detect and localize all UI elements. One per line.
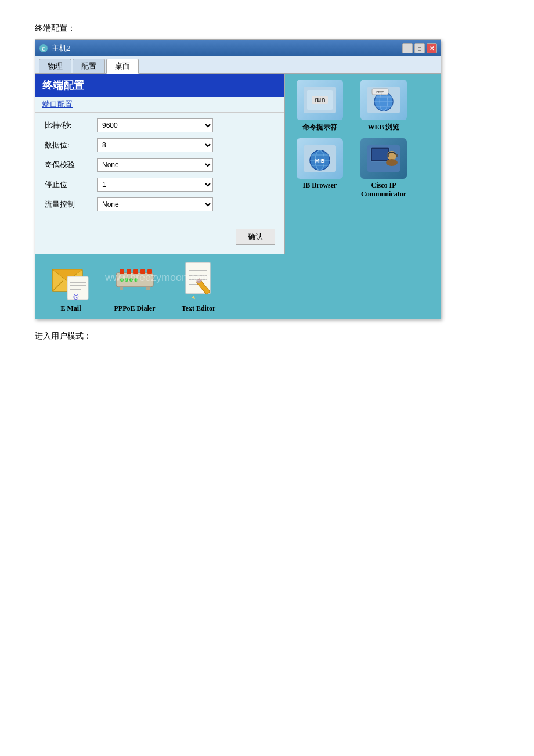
run-svg: run	[302, 85, 337, 114]
command-prompt-label: 命令提示符	[302, 123, 337, 132]
titlebar-left: C 主机2	[39, 43, 71, 53]
pppoe-label: PPPoE Dialer	[114, 304, 156, 313]
right-apps-top-row: run 命令提示符	[291, 80, 435, 132]
label-stopbits: 停止位	[45, 179, 97, 190]
svg-text:C: C	[42, 46, 46, 52]
svg-point-46	[134, 278, 138, 282]
app-command-prompt[interactable]: run 命令提示符	[291, 80, 349, 132]
text-editor-label: Text Editor	[182, 304, 216, 313]
section-label-1: 终端配置：	[35, 23, 499, 34]
main-row: 终端配置 端口配置 比特/秒: 9600 19200 38400 数据位:	[35, 74, 441, 254]
command-prompt-icon: run	[297, 80, 343, 120]
main-window: C 主机2 — □ ✕ 物理 配置 桌面 终端配置 端口配置 比特/秒:	[35, 39, 441, 319]
window-content: 终端配置 端口配置 比特/秒: 9600 19200 38400 数据位:	[35, 74, 441, 319]
label-databits: 数据位:	[45, 140, 97, 150]
titlebar: C 主机2 — □ ✕	[35, 40, 441, 56]
ip-communicator-label: Cisco IPCommunicator	[361, 181, 406, 199]
tab-config[interactable]: 配置	[73, 59, 105, 73]
text-editor-icon	[178, 260, 219, 302]
label-bps: 比特/秒:	[45, 120, 97, 131]
svg-marker-55	[192, 296, 196, 300]
email-label: E Mail	[61, 304, 81, 313]
mib-svg: MIB	[302, 144, 337, 173]
bottom-apps-section: www.breezymoon.com @ E Mail	[35, 254, 441, 319]
svg-rect-38	[120, 269, 124, 274]
ipcomm-svg	[366, 144, 401, 173]
svg-rect-42	[147, 269, 152, 274]
web-browser-icon: http:	[360, 80, 407, 120]
section-label-2: 进入用户模式：	[35, 331, 499, 341]
svg-rect-41	[140, 269, 145, 274]
app-text-editor[interactable]: Text Editor	[172, 260, 225, 313]
terminal-config-panel: 终端配置 端口配置 比特/秒: 9600 19200 38400 数据位:	[35, 74, 285, 254]
mib-browser-label: IB Browser	[303, 181, 337, 190]
svg-rect-47	[120, 287, 123, 290]
label-flowcontrol: 流量控制	[45, 199, 97, 210]
select-stopbits[interactable]: 1 2	[97, 178, 213, 192]
svg-point-44	[125, 278, 128, 282]
field-flowcontrol: 流量控制 None XON/XOFF RTS/CTS	[45, 197, 275, 211]
svg-rect-23	[372, 149, 388, 160]
tabbar: 物理 配置 桌面	[35, 56, 441, 74]
tab-desktop[interactable]: 桌面	[106, 59, 139, 74]
config-form: 比特/秒: 9600 19200 38400 数据位: 8 7	[35, 113, 284, 223]
email-icon: @	[50, 260, 92, 302]
window-title: 主机2	[52, 43, 71, 53]
right-apps-bottom-row: MIB IB Browser	[291, 138, 435, 199]
pppoe-icon	[114, 260, 156, 302]
app-pppoe-dialer[interactable]: PPPoE Dialer	[109, 260, 161, 313]
svg-text:run: run	[314, 96, 325, 104]
svg-text:MIB: MIB	[315, 158, 325, 164]
confirm-row: 确认	[35, 223, 284, 254]
right-panel: run 命令提示符	[285, 74, 441, 254]
svg-text:@: @	[73, 293, 79, 300]
web-svg: http:	[366, 85, 401, 114]
svg-rect-26	[387, 154, 389, 157]
svg-rect-40	[134, 269, 138, 274]
config-subheader: 端口配置	[35, 97, 284, 113]
select-databits[interactable]: 8 7	[97, 138, 213, 152]
field-databits: 数据位: 8 7	[45, 138, 275, 152]
app-email[interactable]: @ E Mail	[45, 260, 97, 313]
app-web-browser[interactable]: http: WEB 浏览	[355, 80, 413, 132]
app-mib-browser[interactable]: MIB IB Browser	[291, 138, 349, 199]
svg-point-43	[120, 278, 124, 282]
mib-browser-icon: MIB	[297, 138, 343, 179]
field-bps: 比特/秒: 9600 19200 38400	[45, 118, 275, 132]
titlebar-controls: — □ ✕	[402, 43, 437, 53]
field-stopbits: 停止位 1 2	[45, 178, 275, 192]
minimize-button[interactable]: —	[402, 43, 413, 53]
svg-point-25	[386, 159, 398, 166]
svg-text:http:: http:	[376, 90, 384, 95]
web-browser-label: WEB 浏览	[367, 123, 399, 132]
ip-communicator-icon	[360, 138, 407, 179]
svg-point-45	[129, 278, 133, 282]
maximize-button[interactable]: □	[414, 43, 425, 53]
svg-rect-48	[146, 287, 150, 290]
confirm-button[interactable]: 确认	[236, 229, 275, 245]
config-header: 终端配置	[35, 74, 284, 97]
svg-rect-27	[396, 154, 398, 157]
app-ip-communicator[interactable]: Cisco IPCommunicator	[355, 138, 413, 199]
label-parity: 奇偶校验	[45, 160, 97, 170]
svg-rect-39	[127, 269, 131, 274]
select-bps[interactable]: 9600 19200 38400	[97, 118, 213, 132]
window-icon: C	[39, 44, 48, 53]
field-parity: 奇偶校验 None Even Odd	[45, 158, 275, 172]
tab-physical[interactable]: 物理	[39, 59, 71, 73]
close-button[interactable]: ✕	[427, 43, 437, 53]
select-flowcontrol[interactable]: None XON/XOFF RTS/CTS	[97, 197, 213, 211]
select-parity[interactable]: None Even Odd	[97, 158, 213, 172]
